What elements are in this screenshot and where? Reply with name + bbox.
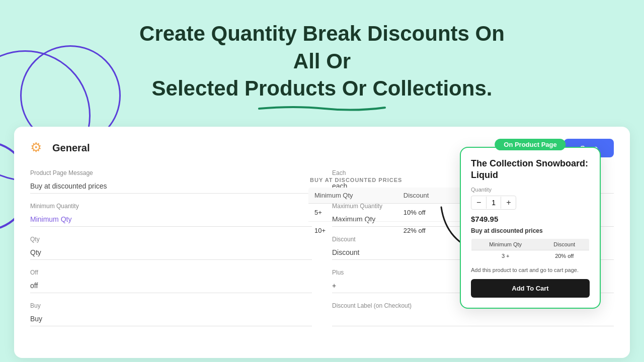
add-to-cart-button[interactable]: Add To Cart [471,279,590,298]
mini-table-cell-discount: 20% off [539,250,589,261]
mini-discount-table: Minimum Qty Discount 3 + 20% off [471,238,590,262]
quantity-label: Quantity [471,187,590,193]
off-input[interactable] [30,279,312,293]
cart-note: Add this product to cart and go to cart … [471,267,590,273]
hero-title: Create Quantity Break Discounts On All O… [133,20,511,103]
mini-table-col-min-qty: Minimum Qty [471,238,540,250]
title-underline [254,105,390,112]
qty-field: Qty [30,236,312,260]
table-cell-min-qty-2: 10+ [308,221,397,239]
form-left-column: Product Page Message Minimum Quantity Qt… [30,169,312,335]
card-title: General [52,142,90,154]
main-settings-card: ⚙ General Save Product Page Message Mini… [14,127,630,358]
table-col-min-qty: Minimum Qty [308,187,397,203]
buy-input[interactable] [30,312,312,326]
preview-area: BUY AT DISCOUNTED PRICES Minimum Qty Dis… [308,177,615,338]
product-card-preview: On Product Page The Collection Snowboard… [460,147,601,309]
gear-icon: ⚙ [30,140,46,156]
product-price: $749.95 [471,215,590,223]
off-label: Off [30,269,312,276]
quantity-decrease-button[interactable]: − [471,196,486,209]
card-header-left: ⚙ General [30,140,90,156]
quantity-stepper: − 1 + [471,196,516,210]
mini-table-cell-min-qty: 3 + [471,250,540,261]
buy-label: Buy [30,302,312,309]
mini-table-col-discount: Discount [539,238,589,250]
buy-at-discounted-msg: Buy at discounted prices [471,227,590,234]
table-preview-title: BUY AT DISCOUNTED PRICES [308,177,464,183]
mini-table-row: 3 + 20% off [471,250,590,261]
product-card-badge: On Product Page [495,139,566,150]
table-cell-min-qty-1: 5+ [308,203,397,221]
quantity-value: 1 [486,197,501,209]
minimum-quantity-input[interactable] [30,212,312,227]
table-col-discount: Discount [397,187,464,203]
minimum-quantity-label: Minimum Quantity [30,203,312,210]
product-page-message-label: Product Page Message [30,169,312,176]
product-page-message-field: Product Page Message [30,169,312,194]
qty-label: Qty [30,236,312,243]
buy-field: Buy [30,302,312,326]
minimum-quantity-field: Minimum Quantity [30,203,312,227]
quantity-increase-button[interactable]: + [501,196,516,209]
product-name: The Collection Snowboard: Liquid [471,158,590,182]
qty-input[interactable] [30,245,312,260]
product-page-message-input[interactable] [30,179,312,194]
off-field: Off [30,269,312,293]
hero-section: Create Quantity Break Discounts On All O… [0,0,644,122]
